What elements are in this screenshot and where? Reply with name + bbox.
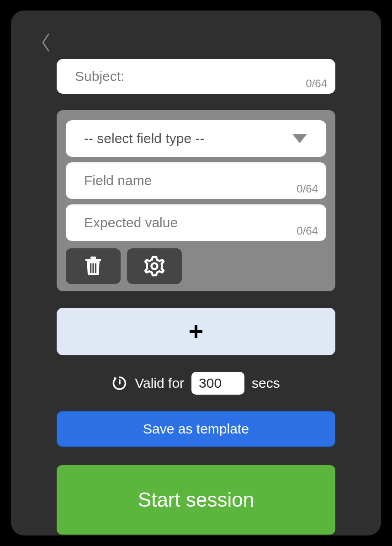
- svg-rect-3: [90, 263, 91, 273]
- field-type-select-label: -- select field type --: [84, 131, 204, 146]
- timer-icon: [112, 375, 127, 391]
- expected-value-input[interactable]: [84, 215, 308, 230]
- valid-for-suffix: secs: [252, 375, 280, 391]
- svg-rect-1: [85, 259, 101, 261]
- chevron-down-icon: [291, 133, 308, 144]
- expected-value-container: 0/64: [66, 204, 326, 241]
- subject-counter: 0/64: [306, 77, 327, 90]
- field-settings-button[interactable]: [127, 248, 182, 284]
- start-session-button[interactable]: Start session: [57, 465, 335, 535]
- svg-rect-5: [95, 263, 96, 273]
- svg-point-6: [152, 263, 158, 269]
- valid-for-label: Valid for: [135, 375, 184, 391]
- expected-value-counter: 0/64: [297, 225, 318, 237]
- svg-rect-4: [92, 263, 94, 273]
- field-type-select[interactable]: -- select field type --: [66, 120, 326, 157]
- add-field-button[interactable]: [57, 308, 335, 355]
- plus-icon: [189, 324, 203, 339]
- field-name-input[interactable]: [84, 173, 308, 188]
- subject-input[interactable]: [75, 69, 317, 84]
- field-name-container: 0/64: [66, 162, 326, 199]
- valid-for-input[interactable]: [199, 375, 237, 391]
- delete-field-button[interactable]: [66, 248, 121, 284]
- field-group: -- select field type -- 0/64 0/64: [57, 110, 335, 291]
- start-session-label: Start session: [138, 488, 254, 511]
- svg-rect-2: [90, 257, 96, 259]
- trash-icon: [84, 256, 102, 276]
- back-button[interactable]: [36, 32, 56, 53]
- gear-icon: [144, 256, 165, 277]
- subject-field-container: 0/64: [57, 59, 335, 94]
- valid-for-input-container: [191, 372, 244, 395]
- svg-rect-8: [190, 330, 202, 333]
- valid-for-row: Valid for secs: [57, 372, 335, 395]
- svg-marker-0: [292, 134, 307, 143]
- save-template-label: Save as template: [143, 421, 249, 437]
- chevron-left-icon: [40, 32, 51, 53]
- field-name-counter: 0/64: [297, 182, 318, 195]
- save-template-button[interactable]: Save as template: [57, 411, 335, 447]
